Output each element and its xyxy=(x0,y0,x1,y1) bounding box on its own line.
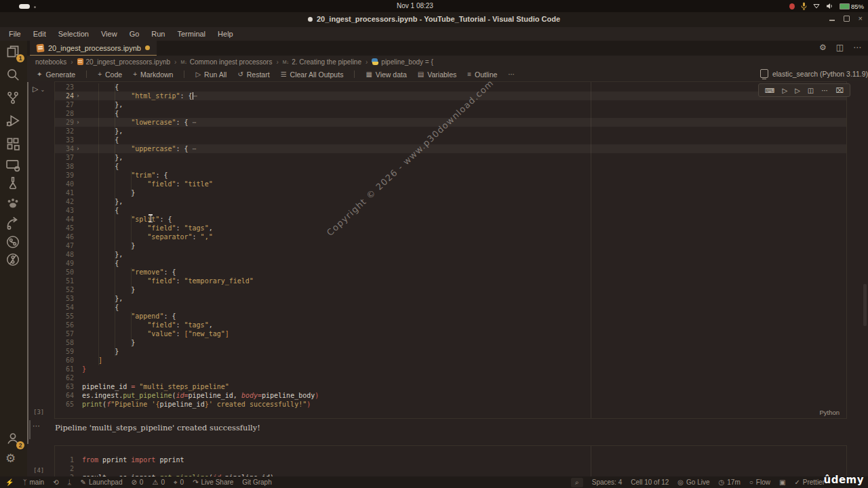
code-cell-2[interactable]: 1from pprint import pprint23result = es.… xyxy=(54,445,847,476)
status-ports[interactable]: ⌖0 xyxy=(174,479,184,487)
code-line-64[interactable]: 64es.ingest.put_pipeline(id=pipeline_id,… xyxy=(55,391,846,400)
search-icon[interactable] xyxy=(5,67,22,83)
code-line-32[interactable]: 32 }, xyxy=(55,127,846,136)
split-editor-icon[interactable]: ◫ xyxy=(836,43,844,52)
menu-file[interactable]: File xyxy=(3,28,27,39)
git-graph-icon[interactable] xyxy=(5,235,22,251)
live-share-icon[interactable] xyxy=(5,216,22,232)
code-line-34[interactable]: 34› "uppercase": { ⋯ xyxy=(55,144,846,153)
status-screencast-zoom[interactable]: ⌕ xyxy=(571,478,583,487)
code-line-52[interactable]: 52 } xyxy=(55,285,846,294)
view-data-button[interactable]: ▦View data xyxy=(366,70,406,79)
generate-button[interactable]: ✦Generate xyxy=(37,70,75,79)
fold-chevron-icon[interactable]: › xyxy=(74,92,82,100)
more-cell-actions-icon[interactable]: ⋯ xyxy=(821,87,828,94)
breadcrumb-item[interactable]: pipeline_body = { xyxy=(372,58,433,66)
code-line-24[interactable]: 24› "html_strip": {⋯ xyxy=(55,92,846,100)
output-collapse-button[interactable]: ⋯ xyxy=(33,422,41,430)
outline-button[interactable]: ≡Outline xyxy=(467,70,497,79)
code-line-1[interactable]: 1from pprint import pprint xyxy=(55,455,846,464)
status-robot-icon[interactable]: ▣ xyxy=(779,479,785,486)
close-button[interactable]: × xyxy=(859,14,863,22)
run-by-line-icon[interactable]: ⌨ xyxy=(765,87,774,94)
more-actions-icon[interactable]: ⋯ xyxy=(853,43,861,52)
status-git-branch[interactable]: ᛉmain xyxy=(22,479,44,486)
settings-gear-icon[interactable]: ⚙ xyxy=(5,451,22,468)
scrollbar-thumb[interactable] xyxy=(863,284,867,326)
menu-terminal[interactable]: Terminal xyxy=(172,28,212,39)
run-cell-button[interactable]: ▷⌄ xyxy=(33,85,45,94)
run-and-debug-icon[interactable] xyxy=(5,113,22,129)
breadcrumb-item[interactable]: M↓2. Creating the pipeline xyxy=(283,58,361,66)
menu-go[interactable]: Go xyxy=(123,28,146,39)
status-pull-request-icon[interactable]: ᛦ xyxy=(68,479,72,486)
breadcrumb-item[interactable]: M↓Common ingest processors xyxy=(180,58,272,66)
code-line-49[interactable]: 49 { xyxy=(55,259,846,268)
run-options-chevron-icon[interactable]: ⌄ xyxy=(40,87,45,93)
breadcrumb-item[interactable]: notebooks xyxy=(35,58,66,66)
status-problems-warnings[interactable]: ⚠0 xyxy=(152,479,165,486)
add-markdown-cell-button[interactable]: +Markdown xyxy=(133,70,173,79)
status-notebook-cell-indicator[interactable]: Cell 10 of 12 xyxy=(631,479,669,486)
fold-chevron-icon[interactable]: › xyxy=(74,118,82,127)
fold-chevron-icon[interactable]: › xyxy=(74,144,82,153)
code-line-62[interactable]: 62 xyxy=(55,373,846,382)
status-sync-changes-icon[interactable]: ⟲ xyxy=(53,479,58,486)
code-line-42[interactable]: 42 }, xyxy=(55,197,846,206)
variables-button[interactable]: ▤Variables xyxy=(418,70,456,79)
split-cell-icon[interactable]: ◫ xyxy=(808,87,814,94)
status-launchpad[interactable]: ✎Launchpad xyxy=(81,479,123,486)
remote-explorer-icon[interactable] xyxy=(5,157,22,174)
source-control-icon[interactable] xyxy=(5,90,22,106)
code-line-65[interactable]: 65print(f"Pipeline '{pipeline_id}' creat… xyxy=(55,400,846,409)
status-indentation[interactable]: Spaces: 4 xyxy=(592,479,622,486)
menu-selection[interactable]: Selection xyxy=(52,28,95,39)
code-line-59[interactable]: 59 } xyxy=(55,347,846,356)
code-line-44[interactable]: 44 "split": { xyxy=(55,215,846,224)
menu-run[interactable]: Run xyxy=(145,28,171,39)
status-git-graph[interactable]: Git Graph xyxy=(242,479,271,486)
menu-help[interactable]: Help xyxy=(212,28,239,39)
code-line-47[interactable]: 47 } xyxy=(55,241,846,250)
add-code-cell-button[interactable]: +Code xyxy=(98,70,122,79)
os-clock[interactable]: Nov 1 08:23 xyxy=(397,2,433,9)
settings-gear-icon[interactable]: ⚙ xyxy=(819,43,827,52)
code-line-37[interactable]: 37 }, xyxy=(55,153,846,162)
status-session-timer[interactable]: ◷17m xyxy=(719,479,741,486)
code-line-40[interactable]: 40 "field": "title" xyxy=(55,180,846,188)
delete-cell-icon[interactable]: ⌧ xyxy=(835,87,844,94)
code-line-53[interactable]: 53 }, xyxy=(55,294,846,303)
code-line-57[interactable]: 57 "value": ["new_tag"] xyxy=(55,329,846,338)
more-toolbar-actions[interactable]: ⋯ xyxy=(508,70,515,78)
clear-all-outputs-button[interactable]: ☰Clear All Outputs xyxy=(281,70,344,79)
code-line-27[interactable]: 27 }, xyxy=(55,100,846,109)
restart-button[interactable]: ↺Restart xyxy=(237,70,269,79)
code-line-51[interactable]: 51 "field": "temporary_field" xyxy=(55,277,846,285)
code-line-48[interactable]: 48 }, xyxy=(55,250,846,259)
code-line-38[interactable]: 38 { xyxy=(55,162,846,171)
menu-edit[interactable]: Edit xyxy=(27,28,52,39)
cell-language-picker[interactable]: Python xyxy=(819,409,840,416)
code-line-45[interactable]: 45 "field": "tags", xyxy=(55,224,846,232)
status-remote-indicator[interactable]: ⚡ xyxy=(5,479,14,486)
code-line-39[interactable]: 39 "trim": { xyxy=(55,171,846,180)
code-line-23[interactable]: 23 { xyxy=(55,83,846,92)
code-line-43[interactable]: 43 { xyxy=(55,206,846,215)
code-line-55[interactable]: 55 "append": { xyxy=(55,312,846,321)
run-all-button[interactable]: ▷Run All xyxy=(195,70,226,79)
code-line-46[interactable]: 46 "separator": "," xyxy=(55,232,846,241)
code-line-63[interactable]: 63pipeline_id = "multi_steps_pipeline" xyxy=(55,382,846,391)
minimize-button[interactable] xyxy=(829,20,835,21)
code-line-54[interactable]: 54 { xyxy=(55,303,846,312)
code-line-61[interactable]: 61} xyxy=(55,365,846,373)
paw-extension-icon[interactable] xyxy=(5,195,22,211)
system-tray[interactable]: 85% xyxy=(789,2,864,10)
code-line-33[interactable]: 33 { xyxy=(55,136,846,144)
code-line-50[interactable]: 50 "remove": { xyxy=(55,268,846,277)
tab-20-ingest-processors[interactable]: 20_ingest_processors.ipynb xyxy=(30,41,157,56)
execute-above-icon[interactable]: ▷ xyxy=(782,87,787,94)
extensions-icon[interactable] xyxy=(5,136,22,152)
status-problems-errors[interactable]: ⊘0 xyxy=(131,479,143,486)
explorer-icon[interactable]: 1 xyxy=(5,44,22,60)
code-line-60[interactable]: 60 ] xyxy=(55,356,846,365)
